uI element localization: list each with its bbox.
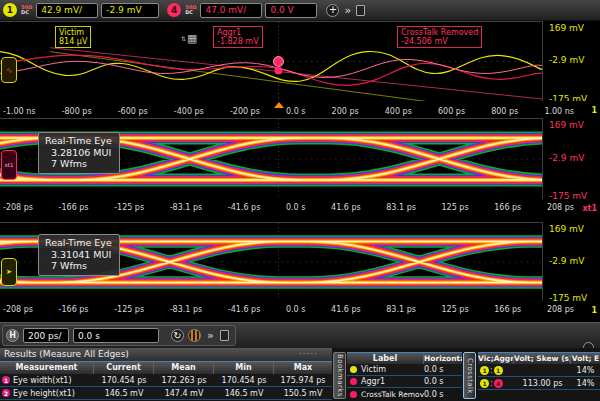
list-item[interactable]: Victim 0.0 s bbox=[347, 364, 462, 376]
keypad-handle-icon[interactable]: ⇅ ▦ bbox=[181, 33, 197, 44]
axis-tick: -208 ps bbox=[3, 305, 33, 314]
eye1-time-axis: -208 ps -166 ps -125 ps -83.1 ps -41.6 p… bbox=[0, 199, 600, 216]
victim-channel-badge: 1 bbox=[480, 366, 489, 375]
channel1-offset-field[interactable]: -2.9 mV bbox=[101, 3, 159, 18]
column-header: Min bbox=[214, 362, 274, 374]
label-value: -1.828 mV bbox=[217, 37, 259, 46]
eye2-readout-label[interactable]: Real-Time Eye 3.31041 MUI 7 Wfms bbox=[38, 234, 120, 276]
cursor-marker-dot[interactable] bbox=[273, 57, 283, 67]
channel4-scale-field[interactable]: 47.0 mV/ bbox=[200, 3, 262, 18]
measurement-name: Eye width(xt1) bbox=[13, 376, 72, 385]
axis-tick: -200 ps bbox=[230, 107, 260, 116]
aggressor-channel-badge: 1 bbox=[494, 366, 503, 375]
label-name: Victim bbox=[59, 28, 87, 37]
column-header: Max bbox=[274, 362, 332, 374]
eye2-handle-badge[interactable]: ➤ bbox=[1, 258, 17, 286]
eye1-handle-badge[interactable]: xt1 bbox=[1, 150, 17, 180]
crosstalk-removed-trace[interactable] bbox=[0, 59, 542, 77]
column-header: Current bbox=[94, 362, 154, 374]
results-header[interactable]: Results (Measure All Edges) ····· bbox=[0, 348, 332, 361]
list-item[interactable]: CrossTalk Removed 0.0 s bbox=[347, 388, 462, 400]
aggressor-channel-badge: 4 bbox=[494, 379, 503, 388]
axis-tick: -83.1 ps bbox=[170, 203, 203, 212]
horizontal-position-field[interactable]: 0.0 s bbox=[73, 328, 159, 343]
axis-tick: -83.1 ps bbox=[170, 305, 203, 314]
list-item[interactable]: Aggr1 0.0 s bbox=[347, 376, 462, 388]
eye2-axis-badge[interactable]: 1 bbox=[591, 306, 597, 315]
victim-waveform-label[interactable]: Victim 814 µV bbox=[55, 26, 91, 48]
measurement-mean: 147.4 mV bbox=[154, 389, 214, 398]
coupling-mode: DC bbox=[185, 10, 196, 15]
horizontal-scale-field[interactable]: 200 ps/ bbox=[23, 328, 69, 343]
victim-trend-trace[interactable] bbox=[50, 52, 542, 101]
table-row[interactable]: 2 Eye height(xt1) 146.5 mV 147.4 mV 146.… bbox=[0, 387, 332, 400]
axis-tick: 208 ps bbox=[547, 305, 574, 314]
waveform-handle-badge[interactable]: ∿ bbox=[1, 57, 17, 83]
source-horizontal: 0.0 s bbox=[424, 365, 462, 374]
oscilloscope-screen: 1 50Ω DC 42.9 mV/ -2.9 mV 4 50Ω DC 47.0 … bbox=[0, 0, 600, 401]
channel4-badge[interactable]: 4 bbox=[167, 3, 181, 17]
axis-tick: -166 ps bbox=[59, 305, 89, 314]
detach-panel-icon[interactable] bbox=[356, 5, 365, 16]
tab-crosstalk[interactable]: Crosstalk bbox=[463, 352, 476, 399]
eye-wfms: 7 Wfms bbox=[45, 158, 112, 170]
source-label: CrossTalk Removed bbox=[361, 390, 424, 399]
axis-tick: -800 ps bbox=[62, 107, 92, 116]
axis-tick: 400 ps bbox=[385, 107, 412, 116]
table-row[interactable]: 1 : 4 113.00 ps 14% bbox=[478, 377, 600, 390]
scale-label-top: 169 mV bbox=[549, 224, 584, 234]
chevrons-icon[interactable]: » bbox=[344, 5, 351, 16]
column-header: Mean bbox=[154, 362, 214, 374]
acquisition-histogram-icon[interactable] bbox=[188, 329, 201, 342]
table-row[interactable]: 1 : 1 14% bbox=[478, 364, 600, 377]
emphasis-value: 14% bbox=[571, 379, 600, 388]
table-row[interactable]: 1 Eye width(xt1) 170.454 ps 172.263 ps 1… bbox=[0, 374, 332, 387]
results-title: Results (Measure All Edges) bbox=[4, 349, 129, 359]
axis-tick: -41.6 ps bbox=[228, 305, 261, 314]
run-stop-icon[interactable]: ↻ bbox=[171, 329, 184, 342]
axis-tick: 1.00 ns bbox=[544, 107, 574, 116]
axis-tick: -41.6 ps bbox=[228, 203, 261, 212]
measurement-badge: 1 bbox=[2, 376, 10, 384]
axis-tick: 166 ps bbox=[494, 305, 521, 314]
source-label: Victim bbox=[361, 365, 386, 374]
axis-tick: -600 ps bbox=[118, 107, 148, 116]
measurement-max: 175.974 ps bbox=[274, 376, 332, 385]
channel4-offset-field[interactable]: 0.0 V bbox=[265, 3, 317, 18]
waveform-axis-badge[interactable]: 1 bbox=[591, 106, 597, 115]
eye-wfms: 7 Wfms bbox=[45, 260, 112, 272]
skew-value: 113.00 ps bbox=[514, 379, 571, 388]
results-region: Results (Measure All Edges) ····· Measur… bbox=[0, 348, 600, 401]
tab-label: Bookmarks bbox=[336, 354, 344, 397]
drag-handle-icon[interactable]: ····· bbox=[299, 348, 318, 361]
axis-tick: -400 ps bbox=[174, 107, 204, 116]
crosstalk-waveform-label[interactable]: CrossTalk Removed -24.506 mV bbox=[397, 26, 482, 48]
detach-panel-icon[interactable] bbox=[220, 330, 229, 341]
eye-title: Real-Time Eye bbox=[45, 237, 112, 249]
horizontal-controls-group: H 200 ps/ 0.0 s ↻ » bbox=[2, 325, 236, 346]
horizontal-badge[interactable]: H bbox=[6, 329, 19, 342]
add-channel-button[interactable]: + bbox=[326, 4, 339, 17]
channel1-scale-field[interactable]: 42.9 mV/ bbox=[36, 3, 98, 18]
measurement-name: Eye height(xt1) bbox=[13, 389, 75, 398]
victim-color-dot bbox=[350, 366, 357, 373]
cursor-marker-dot[interactable] bbox=[274, 66, 282, 74]
axis-tick: -208 ps bbox=[3, 203, 33, 212]
chevrons-icon[interactable]: » bbox=[207, 330, 214, 341]
eye1-readout-label[interactable]: Real-Time Eye 3.28106 MUI 7 Wfms bbox=[38, 132, 120, 174]
vicaggr-table-header: Vic;Aggr Volt; Skew (s) Volt; E bbox=[478, 352, 600, 364]
channel-toolbar: 1 50Ω DC 42.9 mV/ -2.9 mV 4 50Ω DC 47.0 … bbox=[0, 0, 600, 21]
eye-mui: 3.28106 MUI bbox=[45, 147, 112, 159]
eye-mui: 3.31041 MUI bbox=[45, 249, 112, 261]
victim-channel-badge: 1 bbox=[480, 379, 489, 388]
eye1-axis-badge[interactable]: xt1 bbox=[582, 204, 597, 213]
aggressor-waveform-label[interactable]: Aggr1 -1.828 mV bbox=[213, 26, 263, 48]
axis-tick: 41.6 ps bbox=[331, 305, 361, 314]
axis-tick: 166 ps bbox=[494, 203, 521, 212]
measurement-current: 146.5 mV bbox=[94, 389, 154, 398]
scale-label-top: 169 mV bbox=[549, 120, 584, 130]
emphasis-value: 14% bbox=[571, 366, 600, 375]
channel1-badge[interactable]: 1 bbox=[3, 3, 17, 17]
tab-bookmarks[interactable]: Bookmarks bbox=[333, 352, 346, 399]
axis-tick: 125 ps bbox=[442, 305, 469, 314]
